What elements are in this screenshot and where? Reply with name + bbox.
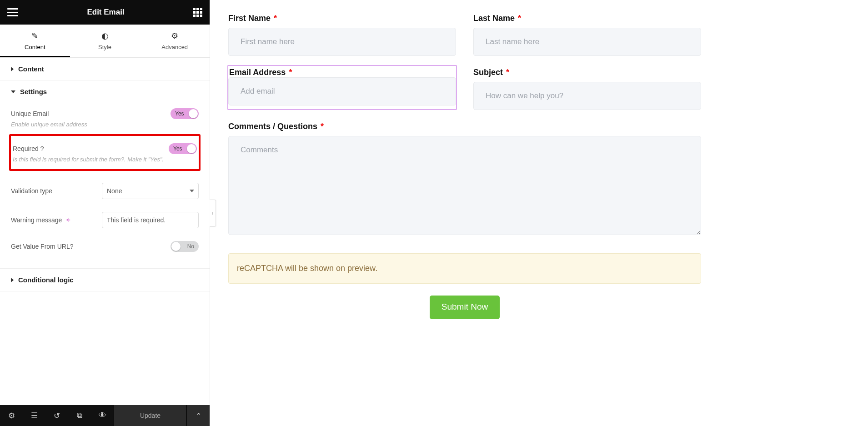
panel-body: Content Settings Unique Email Yes Enable… bbox=[0, 58, 210, 405]
required-marker: * bbox=[271, 14, 277, 23]
section-settings-header[interactable]: Settings bbox=[0, 80, 210, 103]
required-marker: * bbox=[286, 68, 292, 77]
required-desc: Is this field is required for submit the… bbox=[13, 156, 197, 165]
update-options-button[interactable]: ⌃ bbox=[187, 405, 210, 426]
field-subject[interactable]: Subject * bbox=[473, 68, 701, 110]
section-conditional: Conditional logic bbox=[0, 269, 210, 291]
editor-panel: Edit Email ✎ Content ◐ Style ⚙ Advanced … bbox=[0, 0, 210, 426]
devices-icon: ⧉ bbox=[77, 411, 82, 420]
section-content-header[interactable]: Content bbox=[0, 58, 210, 80]
first-name-input[interactable] bbox=[228, 28, 456, 56]
control-warning: Warning message ✧ bbox=[11, 205, 199, 235]
pencil-icon: ✎ bbox=[0, 31, 70, 41]
unique-email-label: Unique Email bbox=[11, 110, 49, 117]
validation-select[interactable]: None bbox=[102, 183, 199, 199]
from-url-toggle-label: No bbox=[187, 243, 194, 250]
caret-right-icon bbox=[11, 67, 14, 71]
form-preview: First Name * Last Name * Email Address *… bbox=[228, 14, 701, 235]
subject-label-text: Subject bbox=[473, 68, 503, 77]
last-name-input[interactable] bbox=[473, 28, 701, 56]
toggle-knob bbox=[189, 109, 198, 118]
comments-label-text: Comments / Questions bbox=[228, 122, 317, 131]
panel-tabs: ✎ Content ◐ Style ⚙ Advanced bbox=[0, 25, 210, 58]
section-settings-body: Unique Email Yes Enable unique email add… bbox=[0, 103, 210, 268]
section-settings-label: Settings bbox=[20, 88, 47, 95]
gear-icon: ⚙ bbox=[140, 31, 210, 41]
caret-down-icon bbox=[11, 90, 15, 93]
panel-header: Edit Email bbox=[0, 0, 210, 25]
section-conditional-header[interactable]: Conditional logic bbox=[0, 269, 210, 291]
control-required: Required ? Yes bbox=[13, 139, 197, 156]
warning-label-text: Warning message bbox=[11, 216, 62, 224]
last-name-label-text: Last Name bbox=[473, 14, 515, 23]
update-button[interactable]: Update bbox=[114, 405, 187, 426]
from-url-toggle[interactable]: No bbox=[171, 241, 199, 252]
ai-sparkle-icon[interactable]: ✧ bbox=[65, 216, 71, 224]
email-input[interactable] bbox=[228, 77, 456, 105]
required-toggle[interactable]: Yes bbox=[169, 143, 197, 154]
validation-select-wrap: None bbox=[102, 183, 199, 199]
email-label: Email Address * bbox=[228, 68, 292, 77]
submit-wrap: Submit Now bbox=[228, 296, 701, 319]
apps-grid-icon[interactable] bbox=[193, 8, 202, 17]
required-marker: * bbox=[504, 68, 509, 77]
comments-textarea[interactable] bbox=[228, 136, 701, 235]
unique-email-toggle-label: Yes bbox=[175, 110, 184, 117]
tab-advanced-label: Advanced bbox=[161, 44, 188, 50]
tab-content-label: Content bbox=[25, 44, 45, 50]
preview-canvas[interactable]: First Name * Last Name * Email Address *… bbox=[210, 0, 868, 426]
required-marker: * bbox=[318, 122, 324, 131]
submit-label: Submit Now bbox=[442, 302, 488, 311]
field-last-name[interactable]: Last Name * bbox=[473, 14, 701, 56]
last-name-label: Last Name * bbox=[473, 14, 701, 23]
tab-content[interactable]: ✎ Content bbox=[0, 25, 70, 57]
toggle-knob bbox=[187, 144, 196, 153]
control-from-url: Get Value From URL? No bbox=[11, 235, 199, 258]
required-label: Required ? bbox=[13, 145, 44, 152]
subject-input[interactable] bbox=[473, 82, 701, 110]
tab-advanced[interactable]: ⚙ Advanced bbox=[140, 25, 210, 57]
tab-style-label: Style bbox=[98, 44, 111, 50]
footer-preview-button[interactable]: 👁 bbox=[91, 405, 114, 426]
menu-icon[interactable] bbox=[7, 8, 18, 16]
panel-footer: ⚙ ☰ ↺ ⧉ 👁 Update ⌃ bbox=[0, 405, 210, 426]
layers-icon: ☰ bbox=[31, 411, 38, 421]
field-comments[interactable]: Comments / Questions * bbox=[228, 122, 701, 235]
first-name-label-text: First Name bbox=[228, 14, 271, 23]
selected-widget-outline: Email Address * bbox=[227, 65, 457, 110]
eye-icon: 👁 bbox=[99, 411, 106, 420]
control-unique-email: Unique Email Yes bbox=[11, 104, 199, 121]
chevron-left-icon: ‹ bbox=[212, 210, 214, 216]
warning-input[interactable] bbox=[102, 212, 199, 228]
gear-icon: ⚙ bbox=[8, 411, 15, 421]
footer-history-button[interactable]: ↺ bbox=[45, 405, 68, 426]
recaptcha-notice-text: reCAPTCHA will be shown on preview. bbox=[237, 264, 377, 273]
history-icon: ↺ bbox=[54, 411, 60, 421]
section-content-label: Content bbox=[18, 65, 44, 73]
chevron-up-icon: ⌃ bbox=[196, 411, 201, 420]
required-marker: * bbox=[516, 14, 521, 23]
unique-email-toggle[interactable]: Yes bbox=[171, 108, 199, 119]
footer-navigator-button[interactable]: ☰ bbox=[23, 405, 45, 426]
footer-responsive-button[interactable]: ⧉ bbox=[68, 405, 91, 426]
submit-button[interactable]: Submit Now bbox=[430, 296, 500, 319]
tab-style[interactable]: ◐ Style bbox=[70, 25, 140, 57]
field-first-name[interactable]: First Name * bbox=[228, 14, 456, 56]
validation-label: Validation type bbox=[11, 187, 102, 195]
footer-settings-button[interactable]: ⚙ bbox=[0, 405, 23, 426]
control-validation: Validation type None bbox=[11, 176, 199, 205]
collapse-panel-handle[interactable]: ‹ bbox=[210, 200, 216, 227]
from-url-label: Get Value From URL? bbox=[11, 243, 102, 250]
section-content: Content bbox=[0, 58, 210, 80]
unique-email-desc: Enable unique email address bbox=[11, 121, 199, 130]
section-conditional-label: Conditional logic bbox=[18, 276, 74, 284]
toggle-knob bbox=[171, 242, 181, 251]
recaptcha-notice: reCAPTCHA will be shown on preview. bbox=[228, 253, 701, 284]
required-toggle-label: Yes bbox=[173, 145, 182, 152]
email-label-text: Email Address bbox=[229, 68, 286, 77]
warning-label: Warning message ✧ bbox=[11, 216, 102, 224]
field-email[interactable]: Email Address * bbox=[228, 68, 456, 110]
update-label: Update bbox=[140, 412, 161, 419]
subject-label: Subject * bbox=[473, 68, 701, 77]
required-highlight: Required ? Yes Is this field is required… bbox=[9, 134, 201, 171]
